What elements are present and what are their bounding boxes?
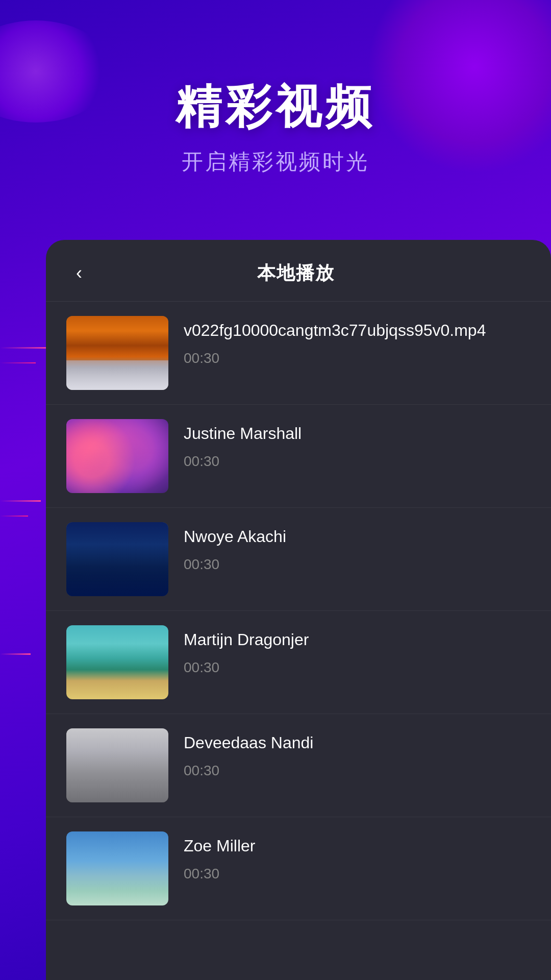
video-name: Nwoye Akachi [184, 525, 531, 548]
video-name: v022fg10000cangtm3c77ubjqss95v0.mp4 [184, 319, 531, 342]
video-duration: 00:30 [184, 350, 531, 366]
video-duration: 00:30 [184, 659, 531, 676]
video-info: Nwoye Akachi00:30 [184, 522, 531, 573]
back-button[interactable]: ‹ [66, 260, 92, 286]
video-list[interactable]: v022fg10000cangtm3c77ubjqss95v0.mp400:30… [46, 302, 551, 980]
video-item[interactable]: Justine Marshall00:30 [46, 405, 551, 508]
thumb-coral-icon [66, 419, 168, 493]
video-item[interactable]: v022fg10000cangtm3c77ubjqss95v0.mp400:30 [46, 302, 551, 405]
decorative-line-5 [0, 653, 31, 655]
video-item[interactable]: Deveedaas Nandi00:30 [46, 714, 551, 817]
card-title: 本地播放 [92, 261, 500, 286]
video-info: Martijn Dragonjer00:30 [184, 625, 531, 676]
back-icon: ‹ [76, 262, 82, 284]
thumb-ferris-icon [66, 728, 168, 802]
video-thumbnail [66, 831, 168, 905]
video-info: Justine Marshall00:30 [184, 419, 531, 470]
video-info: v022fg10000cangtm3c77ubjqss95v0.mp400:30 [184, 316, 531, 366]
video-thumbnail [66, 728, 168, 802]
video-info: Deveedaas Nandi00:30 [184, 728, 531, 779]
decorative-line-1 [0, 347, 51, 349]
video-name: Deveedaas Nandi [184, 731, 531, 754]
main-card: ‹ 本地播放 v022fg10000cangtm3c77ubjqss95v0.m… [46, 240, 551, 980]
main-title: 精彩视频 [0, 82, 551, 132]
video-name: Zoe Miller [184, 835, 531, 857]
video-thumbnail [66, 316, 168, 390]
card-header: ‹ 本地播放 [46, 240, 551, 302]
video-item[interactable]: Zoe Miller00:30 [46, 817, 551, 920]
thumb-beach-icon [66, 625, 168, 699]
decorative-line-4 [0, 516, 28, 517]
video-info: Zoe Miller00:30 [184, 831, 531, 882]
video-duration: 00:30 [184, 453, 531, 470]
sub-title: 开启精彩视频时光 [0, 148, 551, 176]
video-duration: 00:30 [184, 866, 531, 882]
video-duration: 00:30 [184, 763, 531, 779]
header-area: 精彩视频 开启精彩视频时光 [0, 82, 551, 176]
video-thumbnail [66, 625, 168, 699]
decorative-line-2 [0, 362, 36, 363]
decorative-line-3 [0, 500, 41, 502]
thumb-bridge-icon [66, 522, 168, 596]
video-item[interactable]: Martijn Dragonjer00:30 [46, 611, 551, 714]
video-thumbnail [66, 419, 168, 493]
thumb-sky-icon [66, 831, 168, 905]
video-name: Martijn Dragonjer [184, 628, 531, 651]
video-item[interactable]: Nwoye Akachi00:30 [46, 508, 551, 611]
thumb-forest-icon [66, 316, 168, 390]
video-name: Justine Marshall [184, 422, 531, 445]
video-thumbnail [66, 522, 168, 596]
video-duration: 00:30 [184, 556, 531, 573]
